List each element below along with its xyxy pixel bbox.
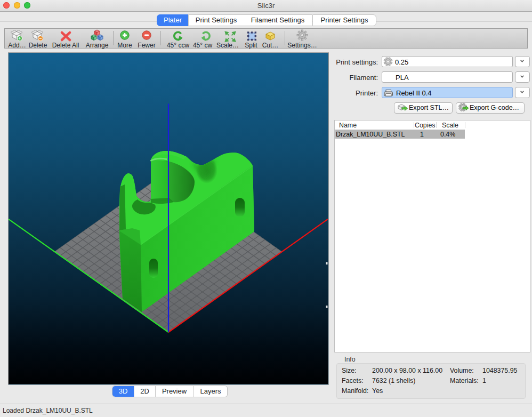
svg-text:−: −	[39, 36, 42, 41]
svg-text:+: +	[18, 36, 21, 41]
